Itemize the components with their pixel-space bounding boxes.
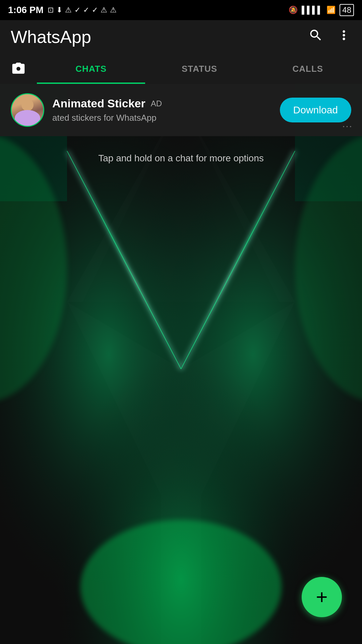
new-chat-fab[interactable]: + [302, 577, 342, 617]
ad-title: Animated Sticker [52, 97, 145, 110]
main-content: Animated Sticker AD ated stickers for Wh… [0, 84, 362, 644]
check-icon-3: ✓ [92, 6, 98, 14]
message-icon: ⊡ [48, 6, 54, 14]
ad-title-row: Animated Sticker AD [52, 97, 272, 110]
warning-icon-2: ⚠ [101, 6, 107, 14]
status-bar: 1:06 PM ⊡ ⬇ ⚠ ✓ ✓ ✓ ⚠ ⚠ 🔕 ▌▌▌▌ 📶 48 [0, 0, 362, 20]
ad-card: Animated Sticker AD ated stickers for Wh… [0, 84, 362, 136]
download-button[interactable]: Download [280, 98, 351, 122]
search-button[interactable] [308, 28, 323, 46]
plus-icon: + [316, 587, 327, 607]
mute-icon: 🔕 [289, 6, 298, 14]
app-title: WhatsApp [11, 27, 91, 47]
status-icons: ⊡ ⬇ ⚠ ✓ ✓ ✓ ⚠ ⚠ [48, 6, 117, 14]
tab-status[interactable]: STATUS [145, 54, 253, 84]
status-bar-left: 1:06 PM ⊡ ⬇ ⚠ ✓ ✓ ✓ ⚠ ⚠ [8, 5, 117, 15]
tab-chats-label: CHATS [75, 64, 107, 74]
tab-calls-label: CALLS [292, 64, 323, 74]
signal-icon: ▌▌▌▌ [302, 6, 322, 14]
check-icon-1: ✓ [74, 6, 80, 14]
ad-info: Animated Sticker AD ated stickers for Wh… [52, 97, 272, 123]
download-icon: ⬇ [56, 6, 62, 14]
status-bar-right: 🔕 ▌▌▌▌ 📶 48 [289, 4, 354, 16]
tab-chats[interactable]: CHATS [37, 54, 145, 84]
tab-calls[interactable]: CALLS [254, 54, 362, 84]
status-time: 1:06 PM [8, 5, 44, 15]
tab-status-label: STATUS [182, 64, 217, 74]
battery-icon: 48 [340, 4, 354, 16]
app-bar: WhatsApp [0, 20, 362, 54]
ad-avatar-image [12, 94, 43, 126]
warning-icon-3: ⚠ [110, 6, 117, 14]
warning-icon-1: ⚠ [65, 6, 72, 14]
check-icon-2: ✓ [83, 6, 89, 14]
camera-tab[interactable] [0, 61, 37, 76]
hint-text: Tap and hold on a chat for more options [0, 136, 362, 180]
wifi-icon: 📶 [326, 6, 336, 14]
tab-chats-underline [37, 83, 145, 84]
ad-avatar [11, 93, 44, 127]
tab-bar: CHATS STATUS CALLS [0, 54, 362, 84]
app-bar-actions [308, 28, 351, 46]
ad-more-options[interactable]: ··· [342, 120, 353, 131]
ad-badge: AD [151, 99, 162, 108]
ad-subtitle: ated stickers for WhatsApp [52, 113, 157, 123]
more-options-button[interactable] [337, 28, 351, 46]
